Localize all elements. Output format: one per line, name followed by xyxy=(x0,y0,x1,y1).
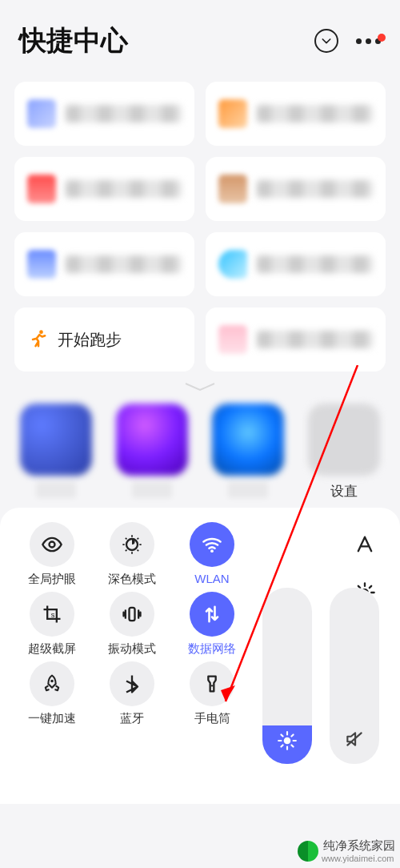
app-shortcut[interactable] xyxy=(204,404,292,498)
app-shortcut-row: 设直 xyxy=(0,400,400,504)
vibrate-icon xyxy=(121,603,143,625)
start-run-card[interactable]: 开始跑步 xyxy=(14,307,194,372)
widget-card[interactable] xyxy=(206,232,386,296)
svg-point-1 xyxy=(50,542,55,548)
widget-card[interactable] xyxy=(14,82,194,146)
start-run-label: 开始跑步 xyxy=(58,329,122,351)
widget-grid: 开始跑步 xyxy=(0,74,400,372)
page-title: 快捷中心 xyxy=(19,22,128,59)
wifi-icon xyxy=(201,533,223,556)
more-button[interactable] xyxy=(356,38,381,44)
widget-card[interactable] xyxy=(206,307,386,372)
toggle-flashlight[interactable]: 手电筒 xyxy=(176,661,248,726)
control-center-panel: 全局护眼 深色模式 WLAN s 超级截屏 振动模式 数据网络 xyxy=(0,508,400,804)
crop-icon: s xyxy=(41,603,63,625)
svg-point-0 xyxy=(39,330,43,334)
toggle-wlan[interactable]: WLAN xyxy=(176,522,248,587)
rocket-icon xyxy=(41,673,63,695)
chevron-down-icon xyxy=(320,34,333,47)
watermark-url: www.yidaimei.com xyxy=(322,854,395,863)
svg-point-9 xyxy=(284,737,291,745)
flashlight-icon xyxy=(201,673,223,695)
toggle-dark-mode[interactable]: 深色模式 xyxy=(96,522,168,587)
mute-icon xyxy=(344,729,365,749)
dark-mode-icon xyxy=(121,533,143,556)
widget-card[interactable] xyxy=(206,157,386,221)
app-shortcut[interactable] xyxy=(108,404,196,498)
data-arrows-icon xyxy=(201,603,223,625)
toggle-boost[interactable]: 一键加速 xyxy=(16,661,88,726)
widget-card[interactable] xyxy=(206,82,386,146)
toggle-mobile-data[interactable]: 数据网络 xyxy=(176,592,248,657)
font-icon xyxy=(354,533,376,556)
svg-text:s: s xyxy=(51,611,55,619)
eye-icon xyxy=(41,533,63,556)
toggle-eye-protection[interactable]: 全局护眼 xyxy=(16,522,88,587)
running-icon xyxy=(27,328,50,351)
widget-card[interactable] xyxy=(14,157,194,221)
watermark: 纯净系统家园 www.yidaimei.com xyxy=(298,838,395,863)
brightness-icon xyxy=(277,730,298,751)
toggle-bluetooth[interactable]: 蓝牙 xyxy=(96,661,168,726)
brightness-slider[interactable] xyxy=(262,588,312,764)
drag-handle-icon[interactable] xyxy=(182,379,218,393)
svg-rect-5 xyxy=(130,608,135,621)
svg-point-6 xyxy=(50,680,54,683)
app-shortcut-settings[interactable]: 设直 xyxy=(300,404,388,498)
toggle-vibrate[interactable]: 振动模式 xyxy=(96,592,168,657)
watermark-logo-icon xyxy=(298,841,318,862)
svg-point-7 xyxy=(211,685,213,686)
bluetooth-icon xyxy=(121,673,143,695)
app-shortcut[interactable] xyxy=(12,404,100,498)
toggle-screenshot[interactable]: s 超级截屏 xyxy=(16,592,88,657)
watermark-name: 纯净系统家园 xyxy=(323,838,395,854)
widget-card[interactable] xyxy=(14,232,194,296)
font-size-button[interactable] xyxy=(354,533,376,559)
expand-down-button[interactable] xyxy=(314,29,338,53)
svg-point-3 xyxy=(210,549,214,553)
notification-badge xyxy=(378,34,386,42)
volume-slider[interactable] xyxy=(330,588,379,764)
